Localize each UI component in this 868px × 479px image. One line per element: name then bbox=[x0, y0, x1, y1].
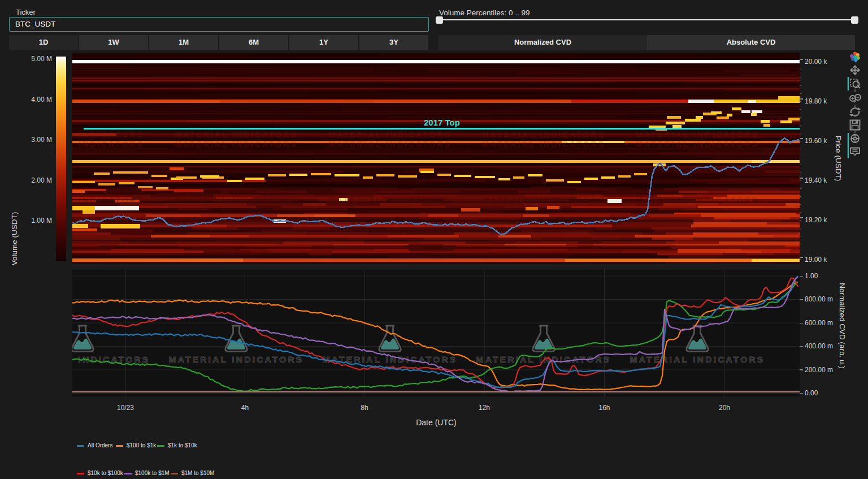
svg-text:MATERIAL INDICATORS: MATERIAL INDICATORS bbox=[636, 140, 759, 149]
svg-text:MATERIAL INDICATORS: MATERIAL INDICATORS bbox=[482, 196, 605, 205]
svg-text:MATERIAL INDICATORS: MATERIAL INDICATORS bbox=[175, 130, 298, 139]
svg-text:2017 Top: 2017 Top bbox=[424, 118, 460, 127]
svg-text:MATERIAL INDICATORS: MATERIAL INDICATORS bbox=[328, 140, 452, 149]
svg-text:MATERIAL INDICATORS: MATERIAL INDICATORS bbox=[328, 130, 452, 139]
svg-text:MATERIAL INDICATORS: MATERIAL INDICATORS bbox=[175, 140, 298, 149]
svg-text:MATERIAL INDICATORS: MATERIAL INDICATORS bbox=[169, 355, 304, 364]
svg-text:MATERIAL INDICATORS: MATERIAL INDICATORS bbox=[328, 196, 452, 205]
svg-text:MATERIAL INDICATORS: MATERIAL INDICATORS bbox=[72, 140, 144, 149]
svg-text:MATERIAL INDICATORS: MATERIAL INDICATORS bbox=[636, 196, 759, 205]
svg-text:MATERIAL INDICATORS: MATERIAL INDICATORS bbox=[630, 355, 765, 364]
svg-text:MATERIAL INDICATORS: MATERIAL INDICATORS bbox=[72, 196, 144, 205]
svg-text:MATERIAL INDICATORS: MATERIAL INDICATORS bbox=[482, 140, 605, 149]
svg-text:MATERIAL INDICATORS: MATERIAL INDICATORS bbox=[636, 130, 759, 139]
svg-text:MATERIAL INDICATORS: MATERIAL INDICATORS bbox=[175, 196, 298, 205]
svg-text:MATERIAL INDICATORS: MATERIAL INDICATORS bbox=[482, 130, 605, 139]
svg-text:MATERIAL INDICATORS: MATERIAL INDICATORS bbox=[72, 130, 144, 139]
